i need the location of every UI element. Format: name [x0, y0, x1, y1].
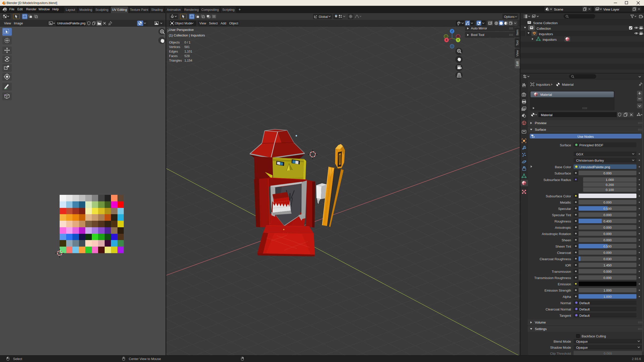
svg-text:X: X: [446, 39, 448, 41]
svg-text:Y: Y: [457, 39, 459, 41]
svg-text:Z: Z: [451, 30, 453, 33]
